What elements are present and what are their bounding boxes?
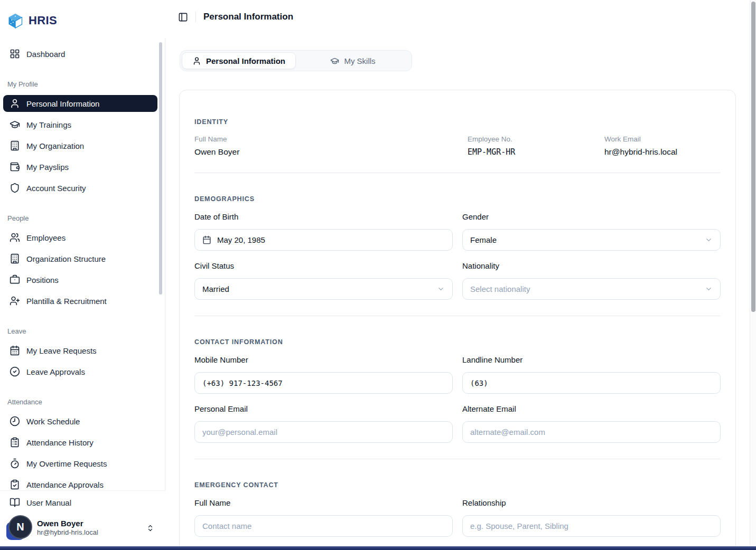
- user-meta: Owen Boyer hr@hybrid-hris.local: [37, 519, 98, 537]
- sidebar-item-employees[interactable]: Employees: [3, 229, 157, 246]
- app-root: HRIS DashboardMy ProfilePersonal Informa…: [0, 0, 756, 550]
- field-landline-number: Landline Number: [462, 355, 721, 394]
- sidebar-item-my-overtime-requests[interactable]: My Overtime Requests: [3, 455, 157, 472]
- user-menu[interactable]: N Owen Boyer hr@hybrid-hris.local: [3, 515, 158, 540]
- field-date-of-birth: Date of Birth May 20, 1985: [194, 212, 453, 251]
- clock-icon: [10, 416, 20, 426]
- field-label: Personal Email: [194, 404, 453, 413]
- field-label: Gender: [462, 212, 721, 221]
- mobile-number-input[interactable]: [194, 372, 453, 394]
- section-divider: [194, 459, 721, 459]
- sidebar-item-user-manual[interactable]: User Manual: [3, 494, 158, 511]
- field-label: Alternate Email: [462, 404, 721, 413]
- sidebar-item-my-leave-requests[interactable]: My Leave Requests: [3, 342, 157, 359]
- layout-grid-icon: [10, 49, 20, 59]
- sidebar-item-dashboard[interactable]: Dashboard: [3, 45, 157, 62]
- landline-number-input[interactable]: [462, 372, 721, 394]
- sidebar-scrollbar[interactable]: [159, 42, 162, 295]
- briefcase-icon: [10, 274, 20, 285]
- sidebar: HRIS DashboardMy ProfilePersonal Informa…: [0, 0, 165, 546]
- field-value: EMP-MGR-HR: [468, 147, 604, 157]
- sidebar-item-label: My Payslips: [26, 163, 69, 172]
- sidebar-item-label: Attendance History: [26, 438, 94, 447]
- panel-left-icon: [178, 12, 188, 22]
- identity-employee-no: Employee No. EMP-MGR-HR: [468, 135, 604, 157]
- user-icon: [10, 98, 20, 109]
- sidebar-item-positions[interactable]: Positions: [3, 271, 157, 288]
- field-value: Owen Boyer: [194, 147, 468, 157]
- sidebar-item-label: Employees: [26, 233, 66, 242]
- sidebar-item-my-organization[interactable]: My Organization: [3, 137, 157, 154]
- select-value: Married: [202, 285, 229, 293]
- section-identity: IDENTITY Full Name Owen Boyer Employee N…: [194, 118, 721, 157]
- civil-status-select[interactable]: Married: [194, 278, 453, 300]
- field-personal-email: Personal Email: [194, 404, 453, 443]
- personal-info-card: IDENTITY Full Name Owen Boyer Employee N…: [179, 90, 736, 550]
- sidebar-item-label: My Trainings: [26, 120, 71, 129]
- sidebar-item-attendance-history[interactable]: Attendance History: [3, 434, 157, 451]
- select-value: Female: [470, 235, 497, 244]
- field-label: Work Email: [604, 135, 721, 143]
- hris-logo-icon: [7, 13, 23, 29]
- section-demographics: DEMOGRAPHICS Date of Birth May 20, 1985 …: [194, 195, 721, 300]
- page-scrollbar[interactable]: [750, 0, 756, 546]
- field-label: Full Name: [194, 498, 453, 507]
- clipboard-check-icon: [10, 479, 20, 490]
- field-civil-status: Civil Status Married: [194, 261, 453, 300]
- tab-bar: Personal Information My Skills: [180, 50, 412, 71]
- alternate-email-input[interactable]: [462, 421, 721, 443]
- sidebar-footer: User Manual N Owen Boyer hr@hybrid-hris.…: [0, 491, 165, 546]
- app-logo[interactable]: HRIS: [0, 0, 165, 33]
- field-label: Mobile Number: [194, 355, 453, 364]
- graduation-cap-icon: [10, 119, 20, 130]
- sidebar-section-label: Leave: [3, 327, 157, 336]
- identity-full-name: Full Name Owen Boyer: [194, 135, 468, 157]
- sidebar-item-label: My Overtime Requests: [26, 459, 107, 468]
- emergency-relationship-input[interactable]: [462, 515, 721, 537]
- sidebar-section-label: Attendance: [3, 398, 157, 406]
- tab-personal-information[interactable]: Personal Information: [182, 52, 296, 69]
- sidebar-item-label: My Leave Requests: [26, 346, 97, 355]
- field-label: Relationship: [462, 498, 721, 507]
- page-scrollbar-thumb[interactable]: [751, 2, 755, 312]
- tab-my-skills[interactable]: My Skills: [296, 52, 410, 69]
- header-divider: [195, 12, 196, 22]
- sidebar-item-label: User Manual: [26, 498, 71, 507]
- chevron-down-icon: [705, 285, 713, 293]
- page-title: Personal Information: [203, 12, 293, 22]
- sidebar-item-work-schedule[interactable]: Work Schedule: [3, 413, 157, 430]
- app-name: HRIS: [29, 14, 57, 27]
- chevron-down-icon: [437, 285, 445, 293]
- personal-email-input[interactable]: [194, 421, 453, 443]
- user-email: hr@hybrid-hris.local: [37, 528, 98, 537]
- sidebar-item-label: Personal Information: [26, 99, 99, 108]
- sidebar-item-my-payslips[interactable]: My Payslips: [3, 158, 157, 175]
- select-placeholder: Select nationality: [470, 285, 530, 293]
- sidebar-item-label: Plantilla & Recruitment: [26, 297, 107, 306]
- field-gender: Gender Female: [462, 212, 721, 251]
- sidebar-item-personal-information[interactable]: Personal Information: [3, 95, 157, 112]
- sidebar-toggle-button[interactable]: [176, 10, 190, 24]
- section-divider: [194, 316, 721, 316]
- avatar-initial: N: [8, 515, 32, 539]
- main-content: Personal Information Personal Informatio…: [165, 0, 750, 546]
- gender-select[interactable]: Female: [462, 229, 721, 251]
- field-label: Full Name: [194, 135, 468, 143]
- sidebar-item-account-security[interactable]: Account Security: [3, 179, 157, 196]
- field-value: hr@hybrid-hris.local: [604, 147, 721, 157]
- timer-icon: [10, 458, 20, 469]
- sidebar-item-attendance-approvals[interactable]: Attendance Approvals: [3, 476, 157, 491]
- calendar-days-icon: [10, 345, 20, 356]
- circle-check-icon: [10, 366, 20, 377]
- sidebar-item-organization-structure[interactable]: Organization Structure: [3, 250, 157, 267]
- sidebar-nav: DashboardMy ProfilePersonal InformationM…: [0, 38, 165, 491]
- emergency-contact-name-input[interactable]: [194, 515, 453, 537]
- sidebar-item-my-trainings[interactable]: My Trainings: [3, 116, 157, 133]
- sidebar-item-plantilla-recruitment[interactable]: Plantilla & Recruitment: [3, 292, 157, 309]
- section-emergency-contact: EMERGENCY CONTACT Full Name Relationship: [194, 481, 721, 537]
- nationality-select[interactable]: Select nationality: [462, 278, 721, 300]
- sidebar-item-leave-approvals[interactable]: Leave Approvals: [3, 363, 157, 380]
- date-of-birth-input[interactable]: May 20, 1985: [194, 229, 453, 251]
- sidebar-section-label: My Profile: [3, 80, 157, 89]
- section-title: CONTACT INFORMATION: [194, 338, 721, 346]
